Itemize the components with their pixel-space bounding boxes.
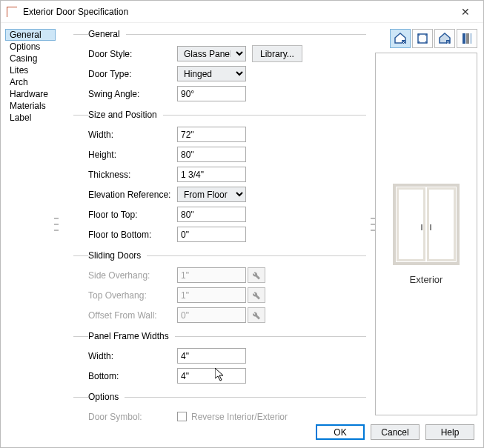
swing-angle-input[interactable] [177,86,246,101]
view-elevation-icon[interactable] [434,29,455,48]
elev-ref-label: Elevation Reference: [88,190,177,200]
ok-button[interactable]: OK [316,424,365,440]
reverse-label: Reverse Interior/Exterior [191,412,288,422]
sidebar-item-casing[interactable]: Casing [5,53,56,64]
height-input[interactable] [177,147,246,162]
top-overhang-input [177,287,246,303]
width-label: Width: [88,130,177,140]
sidebar-item-options[interactable]: Options [5,41,56,53]
view-extents-icon[interactable] [412,29,433,48]
title-bar: Exterior Door Specification ✕ [1,1,483,23]
door-preview-icon [393,184,460,265]
group-legend: Sliding Doors [88,250,147,261]
height-label: Height: [88,150,177,160]
sidebar-item-lites[interactable]: Lites [5,64,56,76]
dialog-buttons: OK Cancel Help [316,424,474,440]
elev-ref-select[interactable]: From Floor [177,187,246,202]
help-button[interactable]: Help [425,424,474,440]
thickness-input[interactable] [177,167,246,182]
view-house-icon[interactable] [390,29,411,48]
door-type-select[interactable]: Hinged [177,66,246,81]
sidebar-item-label[interactable]: Label [5,112,56,124]
reverse-checkbox [177,412,187,421]
form-panel: General Door Style: Glass Panel Library.… [73,29,366,415]
group-sliding: Sliding Doors Side Overhang: Top Overhan… [73,250,366,328]
svg-rect-0 [402,40,405,44]
floor-bottom-input[interactable] [177,227,246,242]
sidebar-item-materials[interactable]: Materials [5,100,56,112]
side-overhang-input [177,267,246,283]
svg-rect-5 [470,33,472,44]
wrench-icon [248,287,265,303]
thickness-label: Thickness: [88,170,177,180]
svg-rect-2 [446,40,450,44]
group-size: Size and Position Width: Height: Thickne… [73,110,366,247]
window-title: Exterior Door Specification [23,7,128,17]
width-input[interactable] [177,127,246,142]
door-style-label: Door Style: [88,49,177,59]
wrench-icon [248,307,265,323]
floor-bottom-label: Floor to Bottom: [88,230,177,240]
panel-width-label: Width: [88,351,177,361]
floor-top-label: Floor to Top: [88,210,177,220]
sidebar-item-hardware[interactable]: Hardware [5,88,56,100]
app-logo-icon [7,7,17,17]
floor-top-input[interactable] [177,207,246,222]
close-icon[interactable]: ✕ [454,3,477,21]
group-panel: Panel Frame Widths Width: Bottom: [73,331,366,389]
sidebar-item-general[interactable]: General [5,29,56,41]
group-legend: Size and Position [88,110,163,120]
group-legend: Panel Frame Widths [88,331,175,341]
panel-bottom-input[interactable] [177,368,246,384]
group-legend: General [88,29,126,39]
category-sidebar: General Options Casing Lites Arch Hardwa… [1,23,60,421]
sidebar-item-arch[interactable]: Arch [5,76,56,88]
top-overhang-label: Top Overhang: [88,290,177,301]
group-legend: Options [88,392,125,402]
cancel-button[interactable]: Cancel [371,424,420,440]
door-symbol-label: Door Symbol: [88,412,177,422]
svg-rect-3 [463,33,465,44]
panel-bottom-label: Bottom: [88,371,177,381]
svg-rect-4 [466,33,469,44]
group-general: General Door Style: Glass Panel Library.… [73,29,366,107]
side-overhang-label: Side Overhang: [88,270,177,281]
swing-angle-label: Swing Angle: [88,89,177,99]
library-button[interactable]: Library... [252,45,302,62]
offset-wall-input [177,307,246,323]
door-type-label: Door Type: [88,69,177,79]
offset-wall-label: Offset From Wall: [88,310,177,321]
preview-label: Exterior [410,274,443,285]
panel-width-input[interactable] [177,348,246,364]
splitter-left[interactable] [54,215,59,233]
preview-viewport[interactable]: Exterior [375,53,477,415]
preview-panel: Exterior [375,29,477,415]
door-style-select[interactable]: Glass Panel [177,46,246,61]
view-plan-icon[interactable] [457,29,477,48]
wrench-icon [248,267,265,283]
